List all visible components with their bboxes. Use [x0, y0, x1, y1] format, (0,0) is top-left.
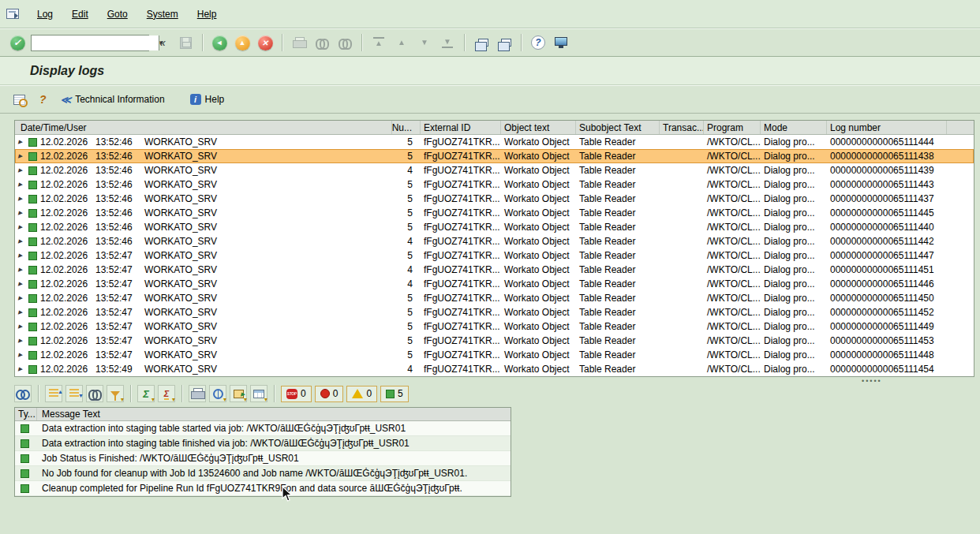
log-table-row[interactable]: 12.02.2026 13:52:46 WORKATO_SRV 5 fFgUOZ… [15, 192, 974, 206]
column-header-program[interactable]: Program [704, 121, 761, 134]
sort-descending-button[interactable] [65, 385, 83, 402]
expand-arrow-icon[interactable] [18, 366, 28, 372]
error-filter-button[interactable]: 0 [315, 386, 344, 402]
page-up-button[interactable] [392, 33, 411, 52]
find-button[interactable] [312, 33, 331, 52]
column-header-date-time-user[interactable]: Date/Time/User [15, 121, 392, 134]
log-table-row[interactable]: 12.02.2026 13:52:47 WORKATO_SRV 5 fFgUOZ… [15, 319, 974, 334]
column-header-subobject-text[interactable]: Subobject Text [576, 121, 660, 134]
subtotal-button[interactable] [158, 385, 175, 402]
total-button[interactable] [137, 385, 155, 402]
window-menu-icon[interactable] [6, 9, 19, 19]
column-header-type[interactable]: Ty... [15, 408, 37, 420]
expand-arrow-icon[interactable] [18, 252, 28, 259]
green-status-icon [28, 181, 37, 189]
log-table-row[interactable]: 12.02.2026 13:52:49 WORKATO_SRV 4 fFgUOZ… [15, 362, 974, 376]
expand-arrow-icon[interactable] [18, 267, 28, 273]
log-table-row[interactable]: 12.02.2026 13:52:47 WORKATO_SRV 5 fFgUOZ… [15, 248, 974, 263]
message-row[interactable]: Cleanup completed for Pipeline Run Id fF… [15, 481, 511, 496]
save-button[interactable] [176, 33, 195, 52]
log-table-row[interactable]: 12.02.2026 13:52:46 WORKATO_SRV 5 fFgUOZ… [15, 177, 974, 192]
last-page-button[interactable] [438, 33, 457, 52]
log-table-row[interactable]: 12.02.2026 13:52:47 WORKATO_SRV 5 fFgUOZ… [15, 291, 974, 305]
expand-arrow-icon[interactable] [18, 153, 28, 159]
splitter-handle[interactable]: ••••• [862, 377, 882, 385]
filter-button[interactable] [107, 385, 124, 402]
log-table-row[interactable]: 12.02.2026 13:52:47 WORKATO_SRV 5 fFgUOZ… [15, 348, 974, 362]
first-page-button[interactable] [369, 33, 388, 52]
menu-system[interactable]: System [138, 6, 187, 22]
menu-edit[interactable]: Edit [63, 6, 97, 22]
question-button[interactable] [36, 91, 50, 107]
sort-ascending-button[interactable] [45, 385, 62, 402]
expand-arrow-icon[interactable] [18, 352, 28, 358]
message-row[interactable]: Data extraction into staging table finis… [15, 436, 511, 451]
expand-arrow-icon[interactable] [18, 167, 28, 174]
menu-help[interactable]: Help [189, 6, 226, 22]
help-button[interactable] [529, 33, 548, 52]
cell-mode: Dialog pro... [761, 321, 827, 332]
expand-arrow-icon[interactable] [18, 196, 28, 202]
column-header-message-text[interactable]: Message Text [37, 408, 511, 420]
log-table-row[interactable]: 12.02.2026 13:52:47 WORKATO_SRV 5 fFgUOZ… [15, 334, 974, 348]
log-table-row[interactable]: 12.02.2026 13:52:46 WORKATO_SRV 5 fFgUOZ… [15, 149, 974, 163]
warning-filter-button[interactable]: 0 [346, 386, 377, 402]
expand-arrow-icon[interactable] [18, 281, 28, 287]
log-table-row[interactable]: 12.02.2026 13:52:47 WORKATO_SRV 4 fFgUOZ… [15, 263, 974, 277]
column-header-external-id[interactable]: External ID [421, 121, 501, 134]
back-button[interactable] [210, 33, 229, 52]
page-down-button[interactable] [415, 33, 434, 52]
expand-arrow-icon[interactable] [18, 309, 28, 316]
log-table-row[interactable]: 12.02.2026 13:52:46 WORKATO_SRV 4 fFgUOZ… [15, 234, 974, 248]
menu-log[interactable]: Log [28, 6, 62, 22]
expand-arrow-icon[interactable] [18, 338, 28, 344]
column-header-log-number[interactable]: Log number [827, 121, 947, 134]
message-row[interactable]: No Job found for cleanup with Job Id 135… [15, 466, 511, 481]
views-button[interactable] [209, 385, 226, 402]
find-messages-button[interactable] [86, 385, 103, 402]
collapse-command-button[interactable] [153, 33, 172, 52]
print-messages-button[interactable] [189, 385, 206, 402]
details-button[interactable] [14, 385, 32, 402]
column-header-number[interactable]: Nu... [392, 121, 421, 134]
expand-arrow-icon[interactable] [18, 210, 28, 216]
log-time: 13:52:46 [95, 165, 144, 176]
column-header-transaction[interactable]: Transac... [660, 121, 704, 134]
print-button[interactable] [290, 33, 309, 52]
display-details-button[interactable] [9, 93, 29, 106]
export-button[interactable] [230, 385, 247, 402]
stop-filter-button[interactable]: 0 [281, 386, 312, 402]
expand-arrow-icon[interactable] [18, 224, 28, 230]
enter-button[interactable] [8, 33, 27, 52]
log-time: 13:52:46 [95, 207, 144, 218]
help-app-button[interactable]: Help [186, 92, 229, 106]
log-table-row[interactable]: 12.02.2026 13:52:46 WORKATO_SRV 5 fFgUOZ… [15, 135, 974, 149]
new-session-button[interactable] [472, 33, 491, 52]
expand-arrow-icon[interactable] [18, 323, 28, 330]
create-shortcut-button[interactable] [495, 33, 514, 52]
exit-button[interactable] [233, 33, 252, 52]
log-table-row[interactable]: 12.02.2026 13:52:46 WORKATO_SRV 5 fFgUOZ… [15, 220, 974, 234]
expand-arrow-icon[interactable] [18, 181, 28, 188]
command-input[interactable] [32, 35, 159, 50]
message-row[interactable]: Data extraction into staging table start… [15, 421, 511, 436]
log-table-row[interactable]: 12.02.2026 13:52:47 WORKATO_SRV 5 fFgUOZ… [15, 305, 974, 319]
column-header-object-text[interactable]: Object text [501, 121, 576, 134]
technical-information-button[interactable]: Technical Information [57, 92, 169, 107]
log-table-row[interactable]: 12.02.2026 13:52:46 WORKATO_SRV 4 fFgUOZ… [15, 163, 974, 177]
expand-arrow-icon[interactable] [18, 295, 28, 301]
cancel-button[interactable] [256, 33, 275, 52]
menu-goto[interactable]: Goto [99, 6, 137, 22]
message-row[interactable]: Job Status is Finished: /WKTO/āШŒĠčģɥЭŢį… [15, 451, 511, 466]
info-filter-button[interactable]: 5 [380, 386, 409, 402]
customize-layout-button[interactable] [552, 33, 570, 52]
log-table-row[interactable]: 12.02.2026 13:52:47 WORKATO_SRV 4 fFgUOZ… [15, 277, 974, 291]
choose-layout-button[interactable] [250, 385, 267, 402]
green-status-icon [28, 237, 37, 246]
expand-arrow-icon[interactable] [18, 139, 28, 145]
expand-arrow-icon[interactable] [18, 238, 28, 245]
log-table-row[interactable]: 12.02.2026 13:52:46 WORKATO_SRV 5 fFgUOZ… [15, 206, 974, 220]
find-next-button[interactable] [335, 33, 354, 52]
cell-date-time-user: 12.02.2026 13:52:47 WORKATO_SRV [15, 335, 392, 346]
column-header-mode[interactable]: Mode [761, 121, 827, 134]
